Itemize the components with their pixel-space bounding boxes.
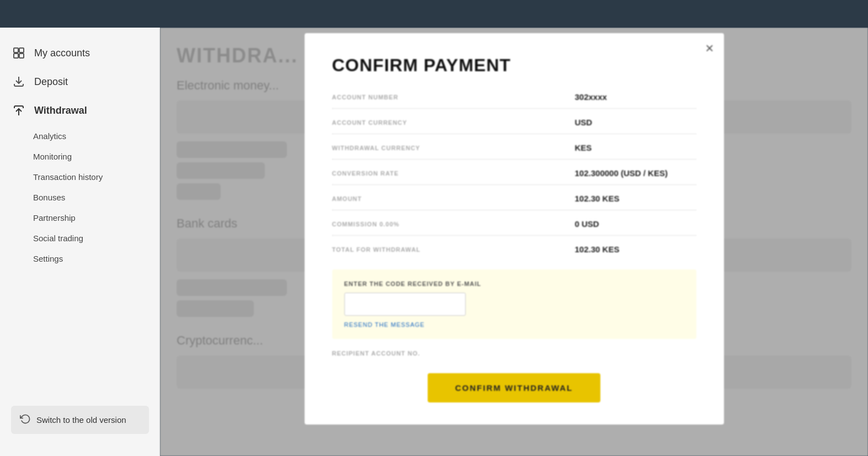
payment-details: ACCOUNT NUMBER302xxxxACCOUNT CURRENCYUSD… — [332, 92, 696, 261]
payment-value: 0 USD — [575, 219, 696, 229]
confirm-btn-wrapper: CONFIRM WITHDRAWAL — [332, 373, 696, 402]
payment-row: CONVERSION RATE102.300000 (USD / KES) — [332, 168, 696, 185]
payment-label: ACCOUNT CURRENCY — [332, 119, 575, 126]
sidebar-bottom: Switch to the old version — [0, 395, 160, 445]
sidebar-item-transaction-history[interactable]: Transaction history — [33, 168, 160, 186]
code-section: ENTER THE CODE RECEIVED BY E-MAIL RESEND… — [332, 269, 696, 339]
code-input[interactable] — [344, 293, 466, 316]
sidebar-item-analytics[interactable]: Analytics — [33, 127, 160, 145]
sidebar-item-withdrawal[interactable]: Withdrawal — [0, 96, 160, 125]
withdrawal-icon — [11, 103, 26, 118]
payment-value: KES — [575, 143, 696, 152]
payment-label: ACCOUNT NUMBER — [332, 94, 575, 100]
confirm-withdrawal-button[interactable]: CONFIRM WITHDRAWAL — [428, 373, 600, 402]
deposit-icon — [11, 74, 26, 89]
sidebar-item-social-trading[interactable]: Social trading — [33, 229, 160, 247]
sidebar-item-deposit[interactable]: Deposit — [0, 67, 160, 96]
deposit-label: Deposit — [34, 76, 68, 88]
my-accounts-label: My accounts — [34, 47, 90, 59]
payment-label: AMOUNT — [332, 195, 575, 202]
sidebar: My accounts Deposit — [0, 28, 160, 456]
sidebar-item-bonuses[interactable]: Bonuses — [33, 188, 160, 206]
payment-row: COMMISSION 0.00%0 USD — [332, 219, 696, 236]
payment-row: AMOUNT102.30 KES — [332, 194, 696, 210]
main-content: WITHDRA... Electronic money... Bank card… — [160, 28, 868, 456]
payment-value: 102.30 KES — [575, 194, 696, 203]
svg-rect-1 — [19, 48, 24, 52]
payment-value: USD — [575, 118, 696, 127]
switch-version-label: Switch to the old version — [36, 415, 126, 425]
sidebar-item-settings[interactable]: Settings — [33, 250, 160, 268]
sidebar-item-monitoring[interactable]: Monitoring — [33, 147, 160, 166]
withdrawal-label: Withdrawal — [34, 105, 87, 116]
top-bar — [0, 0, 868, 28]
resend-link[interactable]: RESEND THE MESSAGE — [344, 321, 684, 328]
modal-title: CONFIRM PAYMENT — [332, 55, 696, 76]
sidebar-item-partnership[interactable]: Partnership — [33, 209, 160, 227]
svg-rect-3 — [19, 54, 24, 58]
accounts-icon — [11, 45, 26, 61]
payment-row: ACCOUNT NUMBER302xxxx — [332, 92, 696, 109]
recipient-label: RECIPIENT ACCOUNT No. — [332, 350, 696, 357]
sidebar-item-my-accounts[interactable]: My accounts — [0, 39, 160, 67]
svg-rect-0 — [14, 48, 18, 52]
payment-row: ACCOUNT CURRENCYUSD — [332, 118, 696, 134]
confirm-payment-modal: × CONFIRM PAYMENT ACCOUNT NUMBER302xxxxA… — [305, 33, 724, 425]
sidebar-nav: My accounts Deposit — [0, 39, 160, 268]
payment-row: WITHDRAWAL CURRENCYKES — [332, 143, 696, 160]
payment-value: 102.30 KES — [575, 245, 696, 254]
payment-row: TOTAL FOR WITHDRAWAL102.30 KES — [332, 245, 696, 261]
payment-label: COMMISSION 0.00% — [332, 221, 575, 227]
switch-version-icon — [20, 413, 31, 426]
payment-label: TOTAL FOR WITHDRAWAL — [332, 246, 575, 253]
code-label: ENTER THE CODE RECEIVED BY E-MAIL — [344, 280, 684, 287]
sidebar-subnav: Analytics Monitoring Transaction history… — [0, 127, 160, 268]
payment-value: 302xxxx — [575, 92, 696, 102]
svg-rect-2 — [14, 54, 18, 58]
payment-label: CONVERSION RATE — [332, 170, 575, 177]
modal-overlay: × CONFIRM PAYMENT ACCOUNT NUMBER302xxxxA… — [160, 28, 868, 456]
payment-label: WITHDRAWAL CURRENCY — [332, 145, 575, 151]
switch-version-button[interactable]: Switch to the old version — [11, 406, 149, 434]
payment-value: 102.300000 (USD / KES) — [575, 168, 696, 178]
modal-close-button[interactable]: × — [705, 41, 713, 55]
